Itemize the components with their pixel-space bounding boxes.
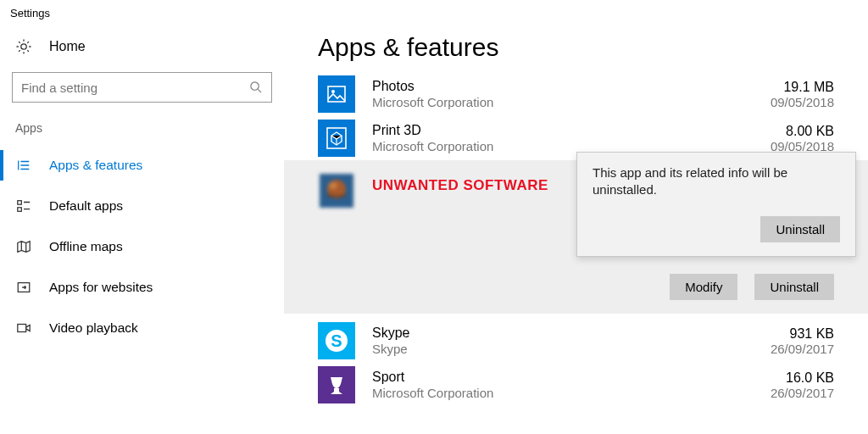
nav-video-playback[interactable]: Video playback bbox=[0, 308, 284, 348]
search-input[interactable] bbox=[21, 81, 249, 95]
app-row-skype[interactable]: S Skype Skype 931 KB 26/09/2017 bbox=[318, 319, 851, 363]
app-date: 09/05/2018 bbox=[771, 139, 834, 153]
photos-icon bbox=[318, 75, 355, 113]
app-publisher: Microsoft Corporation bbox=[372, 95, 771, 111]
flyout-uninstall-button[interactable]: Uninstall bbox=[760, 216, 840, 242]
svg-text:S: S bbox=[331, 331, 342, 350]
app-meta: 931 KB 26/09/2017 bbox=[771, 326, 851, 356]
action-row: Modify Uninstall bbox=[318, 274, 851, 300]
app-meta: 8.00 KB 09/05/2018 bbox=[771, 124, 851, 153]
gear-icon bbox=[15, 38, 32, 55]
app-name: Print 3D bbox=[372, 122, 771, 139]
nav-label: Video playback bbox=[49, 320, 138, 336]
app-text: Photos Microsoft Corporation bbox=[372, 78, 771, 111]
nav-label: Default apps bbox=[49, 198, 123, 214]
nav-label: Apps & features bbox=[49, 158, 142, 173]
window-title: Settings bbox=[0, 0, 868, 26]
app-row-photos[interactable]: Photos Microsoft Corporation 19.1 MB 09/… bbox=[318, 72, 851, 116]
app-text: Sport Microsoft Corporation bbox=[372, 369, 771, 402]
svg-point-0 bbox=[21, 44, 26, 49]
app-date: 26/09/2017 bbox=[771, 386, 834, 400]
app-size: 931 KB bbox=[771, 326, 834, 342]
nav-label: Apps for websites bbox=[49, 280, 153, 295]
nav-apps-features[interactable]: Apps & features bbox=[0, 145, 284, 186]
app-publisher: Microsoft Corporation bbox=[372, 386, 771, 402]
svg-rect-3 bbox=[18, 208, 22, 212]
open-icon bbox=[15, 279, 32, 296]
flyout-message: This app and its related info will be un… bbox=[593, 164, 840, 199]
section-label: Apps bbox=[0, 121, 284, 145]
svg-point-8 bbox=[331, 90, 335, 93]
home-nav[interactable]: Home bbox=[0, 38, 284, 72]
svg-rect-2 bbox=[18, 201, 22, 205]
app-name: Photos bbox=[372, 78, 771, 95]
unwanted-app-icon bbox=[318, 172, 355, 209]
home-label: Home bbox=[49, 39, 86, 54]
sport-icon bbox=[318, 366, 355, 403]
app-name: Skype bbox=[372, 325, 771, 342]
nav-offline-maps[interactable]: Offline maps bbox=[0, 226, 284, 267]
svg-rect-5 bbox=[18, 325, 26, 332]
app-date: 09/05/2018 bbox=[771, 95, 834, 109]
app-size: 19.1 MB bbox=[771, 80, 834, 95]
content-area: Home Apps Apps & features bbox=[0, 26, 868, 407]
nav-default-apps[interactable]: Default apps bbox=[0, 186, 284, 226]
app-name: Sport bbox=[372, 369, 771, 386]
uninstall-flyout: This app and its related info will be un… bbox=[576, 152, 856, 257]
app-size: 16.0 KB bbox=[771, 370, 834, 386]
main-panel: Apps & features Photos Microsoft Corpora… bbox=[284, 26, 868, 407]
svg-point-1 bbox=[251, 82, 259, 90]
app-text: Skype Skype bbox=[372, 325, 771, 358]
video-icon bbox=[15, 320, 32, 337]
nav-label: Offline maps bbox=[49, 239, 123, 254]
app-row-sport[interactable]: Sport Microsoft Corporation 16.0 KB 26/0… bbox=[318, 363, 851, 407]
app-meta: 16.0 KB 26/09/2017 bbox=[771, 370, 851, 400]
app-size: 8.00 KB bbox=[771, 124, 834, 139]
defaults-icon bbox=[15, 198, 32, 214]
app-text: Print 3D Microsoft Corporation bbox=[372, 122, 771, 155]
search-icon bbox=[249, 81, 263, 94]
nav-apps-websites[interactable]: Apps for websites bbox=[0, 267, 284, 308]
map-icon bbox=[15, 238, 32, 255]
list-icon bbox=[15, 157, 32, 174]
app-publisher: Skype bbox=[372, 342, 771, 358]
uninstall-button[interactable]: Uninstall bbox=[754, 274, 834, 300]
search-box[interactable] bbox=[12, 72, 272, 103]
page-title: Apps & features bbox=[318, 33, 851, 62]
search-container bbox=[12, 72, 272, 103]
svg-rect-6 bbox=[318, 75, 355, 113]
skype-icon: S bbox=[318, 322, 355, 359]
sidebar: Home Apps Apps & features bbox=[0, 26, 284, 407]
modify-button[interactable]: Modify bbox=[670, 274, 737, 300]
app-date: 26/09/2017 bbox=[771, 342, 834, 356]
print3d-icon bbox=[318, 120, 355, 157]
svg-point-13 bbox=[329, 182, 337, 189]
app-meta: 19.1 MB 09/05/2018 bbox=[771, 80, 851, 109]
